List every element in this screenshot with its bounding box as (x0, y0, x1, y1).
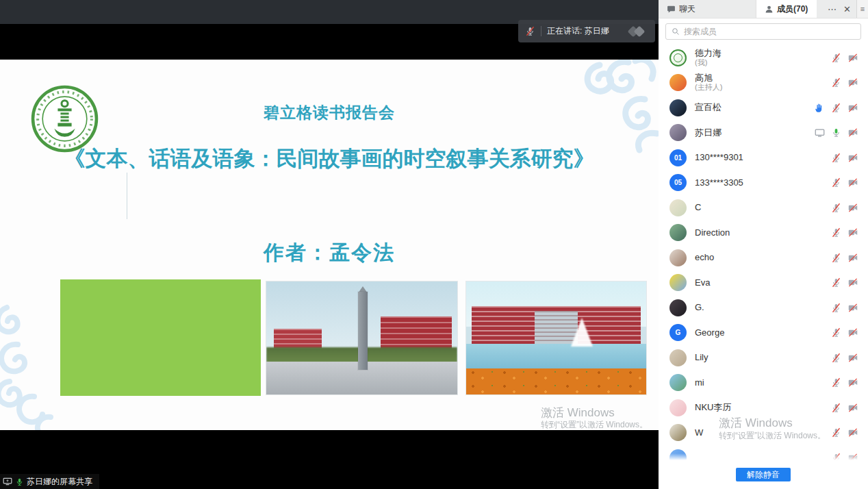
member-row[interactable]: 苏日娜 (659, 121, 868, 146)
member-name: NKU李历 (695, 403, 731, 412)
avatar (669, 199, 687, 216)
share-bar-label: 苏日娜的屏幕共享 (27, 476, 92, 488)
member-status-icons (815, 103, 858, 113)
mic-on-icon (15, 477, 24, 486)
camera-off-icon[interactable] (847, 53, 858, 63)
screen-share-icon (3, 477, 12, 486)
members-icon (765, 5, 774, 14)
member-name: 德力海 (695, 49, 722, 58)
mic-status-icon[interactable] (831, 403, 841, 413)
member-row[interactable]: Lily (659, 345, 868, 371)
member-status-icons (831, 303, 858, 313)
member-name: 宣百松 (695, 103, 722, 112)
avatar (669, 74, 687, 91)
member-search-box[interactable] (665, 23, 861, 40)
member-row[interactable]: Direction (659, 221, 868, 246)
camera-off-icon[interactable] (847, 303, 858, 313)
member-name-block: Lily (695, 353, 709, 362)
camera-off-icon[interactable] (847, 103, 858, 113)
campus-building-photo (465, 281, 647, 395)
member-row[interactable]: 高旭 (主持人) (659, 71, 868, 96)
mic-status-icon[interactable] (831, 277, 841, 288)
avatar (669, 274, 687, 291)
mic-status-icon[interactable] (831, 203, 841, 213)
search-input[interactable] (684, 27, 855, 36)
member-row[interactable]: G. (659, 295, 868, 321)
member-name-block: Eva (695, 278, 710, 288)
member-row[interactable]: 01 130****9301 (659, 145, 868, 171)
mic-status-icon[interactable] (831, 253, 841, 263)
camera-off-icon[interactable] (847, 327, 858, 338)
avatar: G (669, 324, 687, 341)
camera-off-icon[interactable] (847, 377, 858, 388)
member-row[interactable]: Eva (659, 271, 868, 296)
mic-status-icon[interactable] (831, 353, 841, 363)
panel-footer: 解除静音 (659, 460, 868, 489)
member-row[interactable]: 德力海 (我) (659, 45, 868, 71)
panel-menu-button[interactable]: ≡ (856, 0, 868, 18)
mic-status-icon[interactable] (831, 327, 841, 338)
member-name: Direction (695, 228, 730, 238)
member-row[interactable]: 宣百松 (659, 95, 868, 121)
camera-off-icon[interactable] (847, 177, 858, 188)
mic-status-icon[interactable] (831, 427, 841, 438)
camera-off-icon[interactable] (847, 203, 858, 213)
avatar: 01 (669, 149, 687, 166)
more-options-button[interactable]: ⋯ (828, 5, 837, 14)
mic-status-icon[interactable] (831, 177, 841, 188)
member-name: 苏日娜 (695, 128, 722, 138)
member-row[interactable]: C (659, 195, 868, 221)
mic-status-icon[interactable] (831, 227, 841, 238)
speaking-label: 正在讲话: 苏日娜 (547, 25, 609, 37)
screen-share-bar: 苏日娜的屏幕共享 (0, 474, 99, 489)
member-name: 高旭 (695, 73, 722, 83)
divider (541, 26, 541, 36)
mic-status-icon[interactable] (831, 377, 841, 388)
close-panel-button[interactable]: ✕ (843, 5, 851, 14)
member-status-icons (831, 77, 858, 88)
member-row[interactable]: G George (659, 321, 868, 346)
mic-status-icon[interactable] (831, 303, 841, 313)
unmute-button[interactable]: 解除静音 (736, 468, 791, 481)
member-status-icons (831, 203, 858, 213)
member-status-icons (831, 153, 858, 163)
avatar (669, 124, 687, 141)
member-name-block: W (695, 428, 703, 438)
mic-status-icon[interactable] (831, 153, 841, 163)
member-name-block: NKU李历 (695, 403, 731, 412)
camera-off-icon[interactable] (847, 353, 858, 363)
member-row[interactable]: W (659, 421, 868, 446)
member-status-icons (831, 403, 858, 413)
camera-off-icon[interactable] (847, 127, 858, 138)
camera-off-icon[interactable] (847, 153, 858, 163)
member-name-block: 130****9301 (695, 153, 743, 162)
member-status-icons (831, 177, 858, 188)
camera-off-icon[interactable] (847, 403, 858, 413)
member-row[interactable]: echo (659, 245, 868, 271)
avatar (669, 99, 687, 116)
mic-status-icon[interactable] (831, 53, 841, 63)
camera-off-icon[interactable] (847, 427, 858, 438)
tab-members[interactable]: 成员(70) (756, 0, 817, 18)
mic-status-icon[interactable] (831, 103, 841, 113)
tab-chat-label: 聊天 (679, 3, 695, 15)
member-row[interactable]: NKU李历 (659, 395, 868, 421)
camera-off-icon[interactable] (847, 227, 858, 238)
member-status-icons (831, 427, 858, 438)
member-row[interactable]: mi (659, 371, 868, 396)
camera-off-icon[interactable] (847, 77, 858, 88)
member-row[interactable]: 05 133****3305 (659, 171, 868, 196)
member-name: Lily (695, 353, 709, 362)
mic-status-icon[interactable] (831, 77, 841, 88)
screen-share-region: 正在讲话: 苏日娜 (0, 0, 659, 489)
member-status-icons (831, 327, 858, 338)
camera-off-icon[interactable] (847, 253, 858, 263)
tab-chat[interactable]: 聊天 (659, 0, 756, 18)
member-name-block: mi (695, 378, 704, 388)
cloud-ornament-bottom-left (0, 301, 64, 430)
mic-status-icon[interactable] (831, 127, 841, 138)
camera-off-icon[interactable] (847, 277, 858, 288)
member-list[interactable]: 德力海 (我) (659, 41, 868, 460)
member-name-block: 133****3305 (695, 178, 743, 188)
member-status-icons (831, 377, 858, 388)
